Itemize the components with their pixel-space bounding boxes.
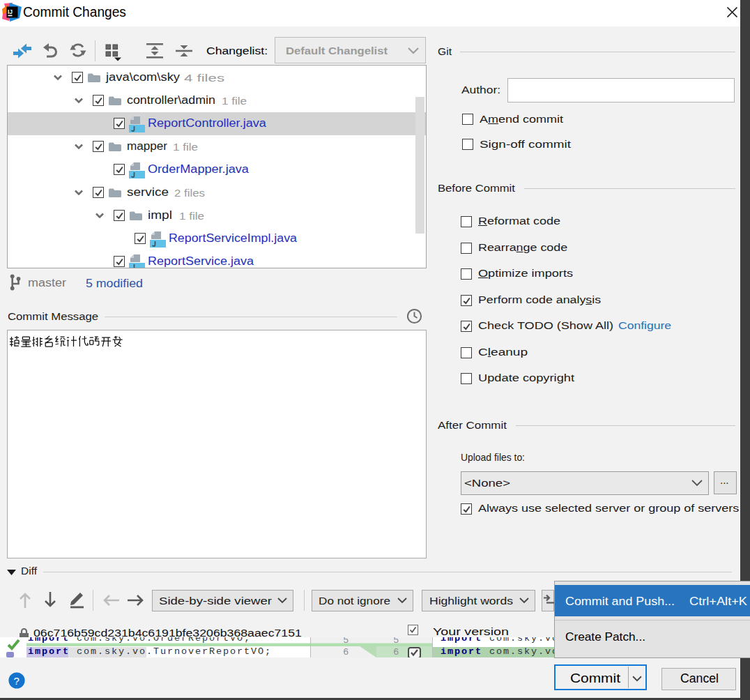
svg-text:?: ? (14, 675, 20, 687)
svg-text:IJ: IJ (8, 8, 13, 15)
